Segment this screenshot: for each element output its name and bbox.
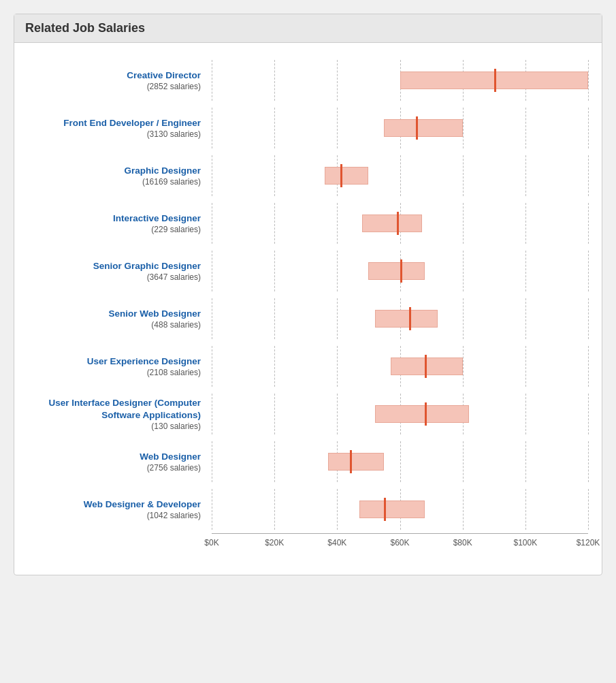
bar-area-web-designer-developer xyxy=(212,489,588,530)
grid-line-5 xyxy=(525,394,526,434)
grid-line-6 xyxy=(588,251,589,291)
bar-area-creative-director xyxy=(212,60,588,101)
grid-line-5 xyxy=(525,108,526,148)
grid-line-4 xyxy=(463,346,464,387)
salary-bar-web-designer-developer xyxy=(359,501,425,518)
median-line-web-designer xyxy=(350,450,352,473)
chart-title: Related Job Salaries xyxy=(14,14,602,43)
grid-line-5 xyxy=(525,251,526,291)
x-label-6: $120K xyxy=(577,538,600,547)
grid-line-1 xyxy=(274,394,275,434)
job-title-senior-web-designer[interactable]: Senior Web Designer xyxy=(108,308,201,320)
salary-count-senior-graphic-designer: (3647 salaries) xyxy=(147,272,201,282)
median-line-senior-web-designer xyxy=(409,307,411,330)
grid-line-6 xyxy=(588,489,589,530)
x-label-1: $20K xyxy=(265,538,284,547)
median-line-creative-director xyxy=(494,69,496,92)
job-label-user-interface-designer[interactable]: User Interface Designer (Computer Softwa… xyxy=(28,397,212,430)
bar-area-graphic-designer xyxy=(212,155,588,196)
grid-line-0 xyxy=(212,346,212,387)
median-line-senior-graphic-designer xyxy=(400,259,402,283)
bar-area-user-interface-designer xyxy=(212,394,588,434)
median-line-web-designer-developer xyxy=(384,498,386,521)
median-line-user-experience-designer xyxy=(425,355,427,378)
grid-line-0 xyxy=(212,251,212,291)
grid-line-5 xyxy=(525,489,526,530)
grid-line-5 xyxy=(525,441,526,482)
job-label-user-experience-designer[interactable]: User Experience Designer(2108 salaries) xyxy=(28,355,212,377)
grid-line-1 xyxy=(274,60,275,101)
job-label-graphic-designer[interactable]: Graphic Designer(16169 salaries) xyxy=(28,165,212,187)
median-line-user-interface-designer xyxy=(425,402,427,426)
table-row: User Interface Designer (Computer Softwa… xyxy=(28,390,588,438)
grid-line-4 xyxy=(463,203,464,244)
x-label-5: $100K xyxy=(513,538,537,547)
bar-area-web-designer xyxy=(212,441,588,482)
salary-bar-user-interface-designer xyxy=(375,405,469,423)
salary-count-user-interface-designer: (130 salaries) xyxy=(151,422,201,431)
grid-line-0 xyxy=(212,394,212,434)
job-label-creative-director[interactable]: Creative Director(2852 salaries) xyxy=(28,69,212,91)
job-title-front-end-developer[interactable]: Front End Developer / Engineer xyxy=(63,117,201,129)
job-title-user-experience-designer[interactable]: User Experience Designer xyxy=(87,355,201,368)
grid-line-6 xyxy=(588,441,589,482)
x-label-2: $40K xyxy=(327,538,346,547)
grid-line-6 xyxy=(588,108,589,148)
job-title-interactive-designer[interactable]: Interactive Designer xyxy=(113,212,201,225)
grid-line-4 xyxy=(463,489,464,530)
job-title-senior-graphic-designer[interactable]: Senior Graphic Designer xyxy=(93,260,201,272)
salary-count-interactive-designer: (229 salaries) xyxy=(151,225,201,234)
grid-line-1 xyxy=(274,298,275,339)
table-row: Senior Graphic Designer(3647 salaries) xyxy=(28,247,588,295)
grid-line-0 xyxy=(212,155,212,196)
job-title-creative-director[interactable]: Creative Director xyxy=(127,69,201,82)
job-label-web-designer-developer[interactable]: Web Designer & Developer(1042 salaries) xyxy=(28,498,212,520)
table-row: Interactive Designer(229 salaries) xyxy=(28,200,588,247)
grid-line-2 xyxy=(337,60,338,101)
grid-line-0 xyxy=(212,489,212,530)
salary-count-creative-director: (2852 salaries) xyxy=(147,82,201,91)
grid-line-4 xyxy=(463,108,464,148)
grid-line-0 xyxy=(212,108,212,148)
salary-bar-interactive-designer xyxy=(362,215,422,232)
grid-line-4 xyxy=(463,251,464,291)
job-label-interactive-designer[interactable]: Interactive Designer(229 salaries) xyxy=(28,212,212,234)
job-label-front-end-developer[interactable]: Front End Developer / Engineer(3130 sala… xyxy=(28,117,212,139)
grid-line-6 xyxy=(588,394,589,434)
grid-line-2 xyxy=(337,346,338,387)
salary-bar-web-designer xyxy=(328,453,385,471)
salary-count-user-experience-designer: (2108 salaries) xyxy=(147,368,201,377)
grid-line-1 xyxy=(274,251,275,291)
grid-line-6 xyxy=(588,346,589,387)
job-label-senior-web-designer[interactable]: Senior Web Designer(488 salaries) xyxy=(28,308,212,330)
job-title-user-interface-designer[interactable]: User Interface Designer (Computer Softwa… xyxy=(28,397,201,421)
median-line-graphic-designer xyxy=(340,164,342,187)
chart-container: Creative Director(2852 salaries)Front En… xyxy=(14,43,602,575)
bar-area-user-experience-designer xyxy=(212,346,588,387)
grid-line-1 xyxy=(274,108,275,148)
grid-line-2 xyxy=(337,489,338,530)
job-title-web-designer-developer[interactable]: Web Designer & Developer xyxy=(84,498,201,511)
grid-line-0 xyxy=(212,60,212,101)
job-title-graphic-designer[interactable]: Graphic Designer xyxy=(124,165,201,177)
job-title-web-designer[interactable]: Web Designer xyxy=(140,451,201,463)
salary-bar-graphic-designer xyxy=(325,167,369,185)
grid-line-6 xyxy=(588,155,589,196)
salary-count-senior-web-designer: (488 salaries) xyxy=(151,320,201,330)
grid-line-5 xyxy=(525,298,526,339)
job-label-senior-graphic-designer[interactable]: Senior Graphic Designer(3647 salaries) xyxy=(28,260,212,282)
salary-count-web-designer: (2756 salaries) xyxy=(147,463,201,473)
salary-count-front-end-developer: (3130 salaries) xyxy=(147,129,201,139)
salary-bar-senior-graphic-designer xyxy=(368,262,425,280)
grid-line-4 xyxy=(463,441,464,482)
grid-line-2 xyxy=(337,203,338,244)
salary-count-graphic-designer: (16169 salaries) xyxy=(142,177,201,187)
grid-line-4 xyxy=(463,155,464,196)
salary-count-web-designer-developer: (1042 salaries) xyxy=(147,511,201,520)
x-label-0: $0K xyxy=(204,538,218,547)
median-line-front-end-developer xyxy=(416,116,418,140)
chart-area: Creative Director(2852 salaries)Front En… xyxy=(28,57,588,533)
bar-area-interactive-designer xyxy=(212,203,588,244)
job-label-web-designer[interactable]: Web Designer(2756 salaries) xyxy=(28,451,212,473)
grid-line-2 xyxy=(337,251,338,291)
